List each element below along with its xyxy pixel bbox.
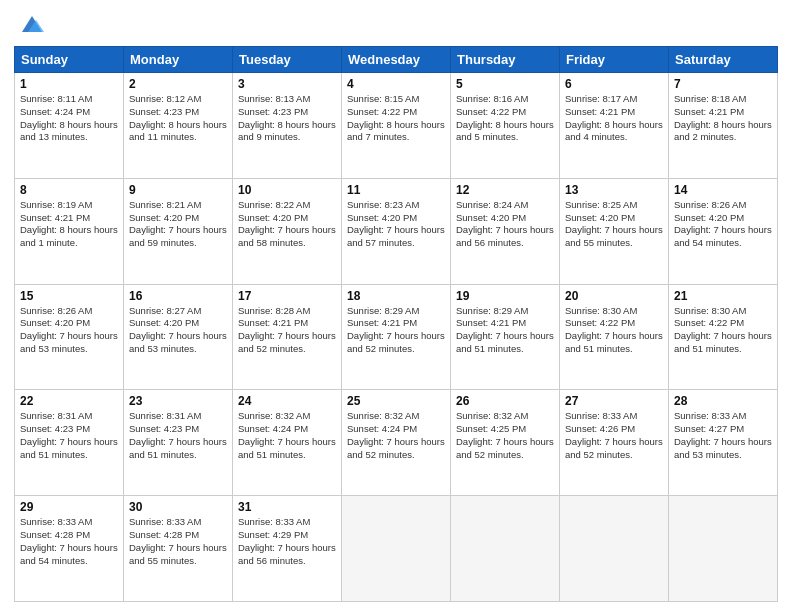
daylight-minutes: and 7 minutes.	[347, 131, 445, 144]
calendar-cell: 7Sunrise: 8:18 AMSunset: 4:21 PMDaylight…	[669, 73, 778, 179]
sunrise-text: Sunrise: 8:26 AM	[20, 305, 118, 318]
day-number: 29	[20, 500, 118, 514]
day-number: 19	[456, 289, 554, 303]
calendar-cell: 4Sunrise: 8:15 AMSunset: 4:22 PMDaylight…	[342, 73, 451, 179]
daylight-minutes: and 51 minutes.	[674, 343, 772, 356]
sunrise-text: Sunrise: 8:32 AM	[347, 410, 445, 423]
calendar-cell: 12Sunrise: 8:24 AMSunset: 4:20 PMDayligh…	[451, 178, 560, 284]
calendar-cell	[451, 496, 560, 602]
sunset-text: Sunset: 4:20 PM	[456, 212, 554, 225]
daylight-minutes: and 52 minutes.	[347, 343, 445, 356]
daylight-minutes: and 9 minutes.	[238, 131, 336, 144]
sunset-text: Sunset: 4:21 PM	[238, 317, 336, 330]
sunset-text: Sunset: 4:25 PM	[456, 423, 554, 436]
calendar-cell: 25Sunrise: 8:32 AMSunset: 4:24 PMDayligh…	[342, 390, 451, 496]
calendar-cell: 11Sunrise: 8:23 AMSunset: 4:20 PMDayligh…	[342, 178, 451, 284]
daylight-minutes: and 52 minutes.	[565, 449, 663, 462]
day-number: 31	[238, 500, 336, 514]
sunrise-text: Sunrise: 8:18 AM	[674, 93, 772, 106]
daylight-minutes: and 54 minutes.	[20, 555, 118, 568]
sunset-text: Sunset: 4:23 PM	[20, 423, 118, 436]
weekday-header-saturday: Saturday	[669, 47, 778, 73]
daylight-label: Daylight: 7 hours hours	[565, 436, 663, 449]
day-number: 9	[129, 183, 227, 197]
daylight-minutes: and 59 minutes.	[129, 237, 227, 250]
daylight-minutes: and 52 minutes.	[347, 449, 445, 462]
daylight-label: Daylight: 8 hours hours	[20, 119, 118, 132]
daylight-label: Daylight: 8 hours hours	[347, 119, 445, 132]
daylight-minutes: and 55 minutes.	[565, 237, 663, 250]
day-number: 3	[238, 77, 336, 91]
sunrise-text: Sunrise: 8:22 AM	[238, 199, 336, 212]
sunset-text: Sunset: 4:26 PM	[565, 423, 663, 436]
sunset-text: Sunset: 4:20 PM	[20, 317, 118, 330]
calendar-week-row: 15Sunrise: 8:26 AMSunset: 4:20 PMDayligh…	[15, 284, 778, 390]
weekday-header-wednesday: Wednesday	[342, 47, 451, 73]
sunrise-text: Sunrise: 8:17 AM	[565, 93, 663, 106]
calendar-cell: 26Sunrise: 8:32 AMSunset: 4:25 PMDayligh…	[451, 390, 560, 496]
daylight-label: Daylight: 7 hours hours	[456, 436, 554, 449]
daylight-minutes: and 52 minutes.	[456, 449, 554, 462]
sunset-text: Sunset: 4:21 PM	[20, 212, 118, 225]
sunset-text: Sunset: 4:22 PM	[347, 106, 445, 119]
sunrise-text: Sunrise: 8:33 AM	[238, 516, 336, 529]
calendar-cell: 19Sunrise: 8:29 AMSunset: 4:21 PMDayligh…	[451, 284, 560, 390]
calendar-cell: 20Sunrise: 8:30 AMSunset: 4:22 PMDayligh…	[560, 284, 669, 390]
calendar-cell: 8Sunrise: 8:19 AMSunset: 4:21 PMDaylight…	[15, 178, 124, 284]
sunset-text: Sunset: 4:20 PM	[129, 317, 227, 330]
sunrise-text: Sunrise: 8:25 AM	[565, 199, 663, 212]
sunset-text: Sunset: 4:23 PM	[129, 423, 227, 436]
daylight-minutes: and 53 minutes.	[20, 343, 118, 356]
sunrise-text: Sunrise: 8:30 AM	[674, 305, 772, 318]
calendar-cell: 24Sunrise: 8:32 AMSunset: 4:24 PMDayligh…	[233, 390, 342, 496]
sunrise-text: Sunrise: 8:29 AM	[456, 305, 554, 318]
sunrise-text: Sunrise: 8:26 AM	[674, 199, 772, 212]
daylight-label: Daylight: 7 hours hours	[347, 330, 445, 343]
daylight-minutes: and 53 minutes.	[129, 343, 227, 356]
day-number: 7	[674, 77, 772, 91]
day-number: 14	[674, 183, 772, 197]
weekday-header-friday: Friday	[560, 47, 669, 73]
day-number: 6	[565, 77, 663, 91]
logo	[14, 10, 46, 38]
daylight-label: Daylight: 7 hours hours	[674, 224, 772, 237]
sunrise-text: Sunrise: 8:12 AM	[129, 93, 227, 106]
sunset-text: Sunset: 4:22 PM	[565, 317, 663, 330]
sunset-text: Sunset: 4:20 PM	[347, 212, 445, 225]
calendar-cell: 2Sunrise: 8:12 AMSunset: 4:23 PMDaylight…	[124, 73, 233, 179]
daylight-label: Daylight: 7 hours hours	[20, 542, 118, 555]
day-number: 21	[674, 289, 772, 303]
daylight-minutes: and 58 minutes.	[238, 237, 336, 250]
calendar-cell: 17Sunrise: 8:28 AMSunset: 4:21 PMDayligh…	[233, 284, 342, 390]
sunrise-text: Sunrise: 8:11 AM	[20, 93, 118, 106]
daylight-minutes: and 51 minutes.	[20, 449, 118, 462]
sunrise-text: Sunrise: 8:33 AM	[20, 516, 118, 529]
sunset-text: Sunset: 4:21 PM	[456, 317, 554, 330]
weekday-header-tuesday: Tuesday	[233, 47, 342, 73]
daylight-label: Daylight: 7 hours hours	[238, 224, 336, 237]
day-number: 23	[129, 394, 227, 408]
sunset-text: Sunset: 4:22 PM	[674, 317, 772, 330]
sunrise-text: Sunrise: 8:24 AM	[456, 199, 554, 212]
sunset-text: Sunset: 4:20 PM	[129, 212, 227, 225]
daylight-minutes: and 1 minute.	[20, 237, 118, 250]
calendar-cell	[560, 496, 669, 602]
sunrise-text: Sunrise: 8:31 AM	[129, 410, 227, 423]
sunset-text: Sunset: 4:20 PM	[565, 212, 663, 225]
daylight-label: Daylight: 7 hours hours	[129, 542, 227, 555]
sunset-text: Sunset: 4:27 PM	[674, 423, 772, 436]
daylight-label: Daylight: 7 hours hours	[674, 436, 772, 449]
sunrise-text: Sunrise: 8:27 AM	[129, 305, 227, 318]
sunrise-text: Sunrise: 8:33 AM	[129, 516, 227, 529]
day-number: 15	[20, 289, 118, 303]
sunset-text: Sunset: 4:23 PM	[129, 106, 227, 119]
daylight-minutes: and 55 minutes.	[129, 555, 227, 568]
sunset-text: Sunset: 4:20 PM	[238, 212, 336, 225]
calendar-cell	[669, 496, 778, 602]
daylight-label: Daylight: 7 hours hours	[565, 224, 663, 237]
daylight-minutes: and 53 minutes.	[674, 449, 772, 462]
sunset-text: Sunset: 4:20 PM	[674, 212, 772, 225]
calendar-week-row: 8Sunrise: 8:19 AMSunset: 4:21 PMDaylight…	[15, 178, 778, 284]
day-number: 1	[20, 77, 118, 91]
calendar-cell: 16Sunrise: 8:27 AMSunset: 4:20 PMDayligh…	[124, 284, 233, 390]
